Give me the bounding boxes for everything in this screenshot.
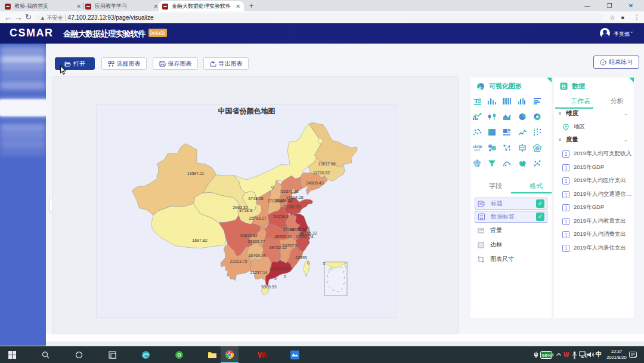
svg-text:1697.82: 1697.82 bbox=[192, 238, 207, 242]
svg-text:0: 0 bbox=[323, 262, 325, 266]
svg-text:W: W bbox=[261, 350, 267, 359]
svg-text:0: 0 bbox=[274, 276, 277, 281]
svg-text:35371.28: 35371.28 bbox=[281, 189, 298, 193]
svg-text:0: 0 bbox=[284, 275, 286, 279]
svg-text:5309.93: 5309.93 bbox=[261, 285, 276, 289]
svg-text:3748.48: 3748.48 bbox=[248, 196, 263, 201]
svg-text:16769.34: 16769.34 bbox=[248, 253, 265, 257]
svg-text:25793.17: 25793.17 bbox=[249, 216, 266, 220]
svg-text:23223.75: 23223.75 bbox=[230, 259, 247, 263]
svg-text:46615.82: 46615.82 bbox=[240, 233, 257, 238]
svg-text:98%: 98% bbox=[542, 352, 552, 358]
svg-text:13597.11: 13597.11 bbox=[187, 171, 205, 176]
svg-text:21237.14: 21237.14 bbox=[250, 270, 267, 275]
svg-text:8718.3: 8718.3 bbox=[239, 208, 252, 213]
svg-text:54259.2: 54259.2 bbox=[273, 214, 288, 219]
svg-text:tag: tag bbox=[478, 144, 481, 147]
svg-text:107671.07: 107671.07 bbox=[269, 267, 289, 271]
svg-text:42395: 42395 bbox=[295, 256, 307, 260]
svg-text:24757.5: 24757.5 bbox=[282, 244, 297, 248]
svg-text:24909.43: 24909.43 bbox=[306, 181, 323, 185]
svg-text:0: 0 bbox=[307, 261, 309, 265]
svg-text:word: word bbox=[474, 149, 480, 152]
svg-text:23605.77: 23605.77 bbox=[247, 239, 265, 244]
svg-text:13612.68: 13612.68 bbox=[318, 162, 335, 166]
svg-text:71067.53: 71067.53 bbox=[283, 205, 301, 209]
svg-text:14104.28: 14104.28 bbox=[286, 195, 303, 199]
svg-text:W: W bbox=[564, 352, 569, 358]
svg-text:11726.82: 11726.82 bbox=[313, 171, 330, 175]
svg-text:62351.74: 62351.74 bbox=[296, 235, 313, 239]
svg-text:45828.31: 45828.31 bbox=[274, 235, 292, 239]
svg-text:0: 0 bbox=[271, 185, 274, 189]
